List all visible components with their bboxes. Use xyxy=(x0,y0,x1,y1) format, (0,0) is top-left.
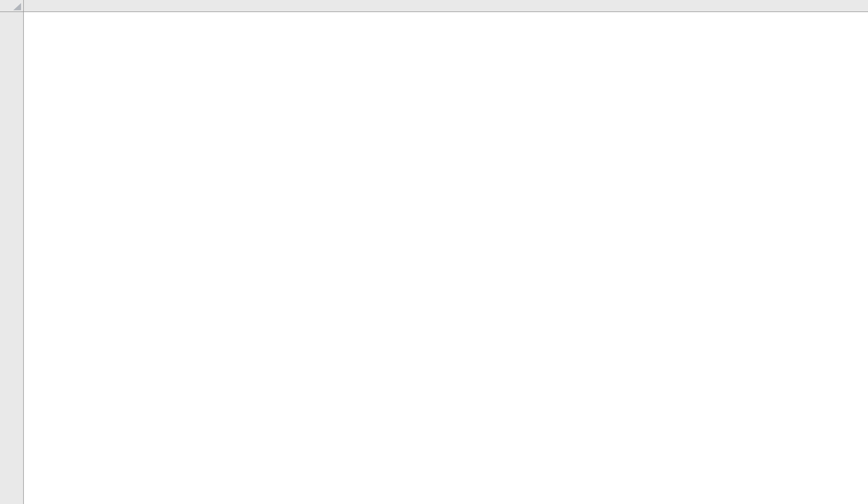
spreadsheet xyxy=(0,0,868,504)
select-all-triangle-icon xyxy=(13,3,21,10)
column-headers xyxy=(0,0,868,12)
row-headers xyxy=(0,12,24,504)
select-all-corner[interactable] xyxy=(0,0,24,12)
